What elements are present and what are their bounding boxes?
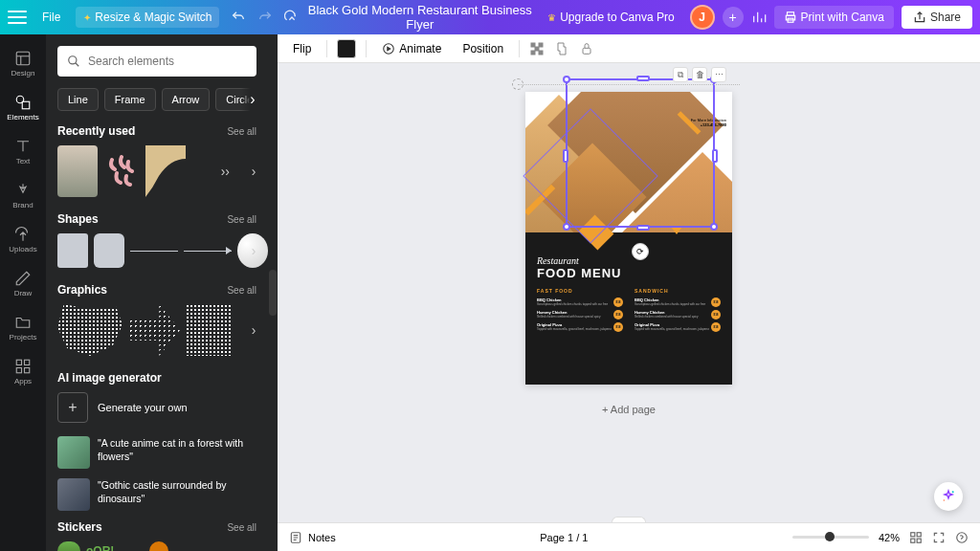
cloud-sync-icon[interactable] (284, 10, 300, 25)
menu-col-header: SANDWICH (635, 288, 721, 294)
svg-rect-3 (16, 52, 30, 65)
avatar[interactable]: J (690, 5, 715, 30)
folder-icon (14, 314, 32, 331)
graphic-thumb[interactable] (57, 304, 122, 356)
shape-arrow[interactable] (184, 233, 232, 268)
page-indicator[interactable]: Page 1 / 1 (540, 532, 588, 543)
share-button[interactable]: Share (902, 6, 972, 29)
canvas-page[interactable]: For More Information +123-456-7890 Resta… (525, 92, 732, 385)
chip-frame[interactable]: Frame (104, 88, 156, 111)
grid-view-icon[interactable] (909, 531, 923, 544)
graphics-seeall[interactable]: See all (227, 285, 256, 296)
svg-point-10 (69, 56, 77, 64)
ai-suggestion[interactable]: "A cute anime cat in a forest with flowe… (57, 436, 256, 469)
notes-icon (289, 531, 302, 544)
add-page-button[interactable]: + Add page (525, 398, 732, 421)
shape-line[interactable] (130, 233, 178, 268)
recent-thumb[interactable] (57, 145, 98, 197)
chip-arrow[interactable]: Arrow (162, 88, 211, 111)
panel-resize-handle[interactable] (268, 34, 278, 551)
svg-rect-6 (16, 360, 21, 364)
upgrade-label: Upgrade to Canva Pro (560, 11, 674, 24)
sticker-thumb[interactable] (57, 541, 80, 551)
generate-own-button[interactable]: + Generate your own (57, 392, 256, 423)
rail-projects[interactable]: Projects (0, 306, 46, 348)
lock-icon[interactable] (579, 41, 594, 56)
chip-line[interactable]: Line (57, 88, 99, 111)
page-drawer-handle[interactable] (612, 517, 646, 522)
shape-rounded-square[interactable] (94, 233, 124, 268)
ai-suggestion[interactable]: "Gothic castle surrounded by dinosaurs" (57, 478, 256, 511)
delete-icon[interactable]: 🗑 (692, 67, 707, 82)
more-icon[interactable]: ⋯ (711, 67, 726, 82)
graphics-title: Graphics (57, 283, 107, 297)
help-icon[interactable] (955, 531, 969, 544)
share-label: Share (930, 11, 961, 24)
graphic-thumb[interactable] (128, 304, 180, 356)
assistant-fab[interactable] (934, 482, 963, 511)
chips-scroll-right[interactable]: › (241, 88, 256, 111)
transparency-icon[interactable] (529, 41, 545, 56)
sticker-thumb[interactable] (149, 541, 168, 551)
rail-design[interactable]: Design (0, 42, 46, 84)
rail-draw[interactable]: Draw (0, 262, 46, 304)
animate-icon (382, 42, 395, 55)
row-scroll-right[interactable]: › (243, 304, 264, 356)
notes-button[interactable]: Notes (289, 531, 336, 544)
rail-elements[interactable]: Elements (0, 86, 46, 128)
rail-text[interactable]: Text (0, 130, 46, 172)
ai-thumb (57, 436, 90, 469)
recent-thumb[interactable]: ›› (191, 145, 230, 197)
svg-rect-20 (917, 532, 921, 536)
undo-icon[interactable] (231, 10, 246, 25)
svg-rect-22 (917, 539, 921, 542)
stickers-seeall[interactable]: See all (227, 522, 256, 533)
recently-used-title: Recently used (57, 124, 135, 138)
position-button[interactable]: Position (457, 39, 509, 58)
shapes-seeall[interactable]: See all (227, 214, 256, 225)
recent-thumb[interactable] (103, 145, 140, 197)
menu-icon[interactable] (8, 11, 27, 24)
svg-rect-12 (531, 43, 535, 47)
upload-icon (14, 226, 32, 243)
pencil-icon (14, 270, 32, 287)
rail-apps[interactable]: Apps (0, 350, 46, 392)
search-input[interactable] (88, 55, 247, 68)
recent-thumb[interactable] (145, 145, 186, 197)
copy-style-icon[interactable] (554, 41, 569, 56)
generate-label: Generate your own (98, 402, 188, 413)
recently-used-seeall[interactable]: See all (227, 126, 256, 137)
svg-rect-13 (535, 47, 539, 51)
flyer-contact: For More Information +123-456-7890 (691, 119, 726, 128)
animate-button[interactable]: Animate (376, 39, 447, 58)
add-member-button[interactable]: + (723, 7, 744, 28)
crown-icon: ♛ (547, 12, 556, 23)
file-menu[interactable]: File (34, 7, 68, 28)
shape-square[interactable] (57, 233, 88, 268)
document-title[interactable]: Black Gold Modern Restaurant Business Fl… (307, 3, 532, 32)
ai-gen-title: AI image generator (57, 371, 162, 385)
upgrade-button[interactable]: ♛ Upgrade to Canva Pro (540, 7, 681, 28)
ai-prompt-text: "A cute anime cat in a forest with flowe… (98, 436, 256, 469)
redo-icon[interactable] (257, 10, 273, 25)
zoom-slider[interactable] (792, 536, 869, 539)
svg-rect-15 (531, 51, 535, 55)
svg-point-25 (944, 499, 945, 500)
graphic-thumb[interactable] (186, 304, 232, 356)
analytics-icon[interactable] (751, 10, 767, 25)
resize-button[interactable]: ✦ Resize & Magic Switch (76, 7, 219, 28)
svg-rect-17 (583, 48, 590, 54)
row-scroll-right[interactable]: › (243, 233, 264, 268)
row-scroll-right[interactable]: › (243, 145, 264, 197)
sticker-thumb[interactable]: oOR! (86, 541, 144, 551)
color-picker[interactable] (337, 39, 356, 58)
zoom-value[interactable]: 42% (879, 532, 900, 543)
rail-brand[interactable]: Brand (0, 174, 46, 216)
svg-rect-9 (25, 367, 30, 372)
fullscreen-icon[interactable] (932, 531, 946, 544)
duplicate-icon[interactable]: ⧉ (673, 67, 688, 82)
print-button[interactable]: Print with Canva (774, 6, 894, 29)
search-input-wrap[interactable] (57, 46, 256, 77)
flip-button[interactable]: Flip (287, 39, 317, 58)
rail-uploads[interactable]: Uploads (0, 218, 46, 260)
